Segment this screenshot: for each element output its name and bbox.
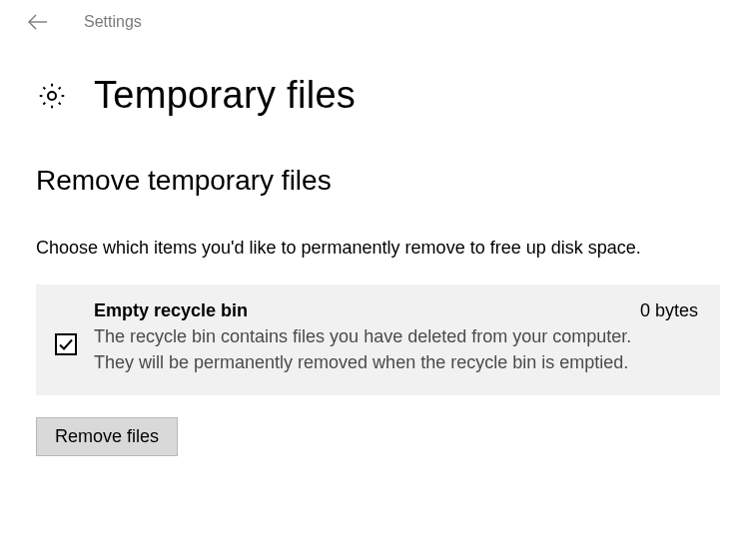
content: Remove temporary files Choose which item… (0, 117, 756, 456)
remove-files-button[interactable]: Remove files (36, 417, 178, 456)
section-description: Choose which items you'd like to permane… (36, 235, 675, 261)
item-checkbox[interactable] (54, 332, 78, 356)
temp-file-item: Empty recycle bin 0 bytes The recycle bi… (36, 284, 720, 395)
arrow-left-icon (28, 14, 48, 30)
section-heading: Remove temporary files (36, 165, 720, 197)
page-title: Temporary files (94, 74, 356, 117)
item-title: Empty recycle bin (94, 300, 248, 321)
item-description: The recycle bin contains files you have … (94, 323, 633, 375)
check-icon (58, 336, 74, 352)
gear-icon (36, 80, 68, 112)
back-button[interactable] (28, 12, 48, 32)
svg-point-1 (48, 92, 56, 100)
item-size: 0 bytes (640, 300, 698, 321)
title-row: Temporary files (0, 44, 756, 117)
app-label: Settings (84, 13, 142, 31)
top-bar: Settings (0, 0, 756, 44)
